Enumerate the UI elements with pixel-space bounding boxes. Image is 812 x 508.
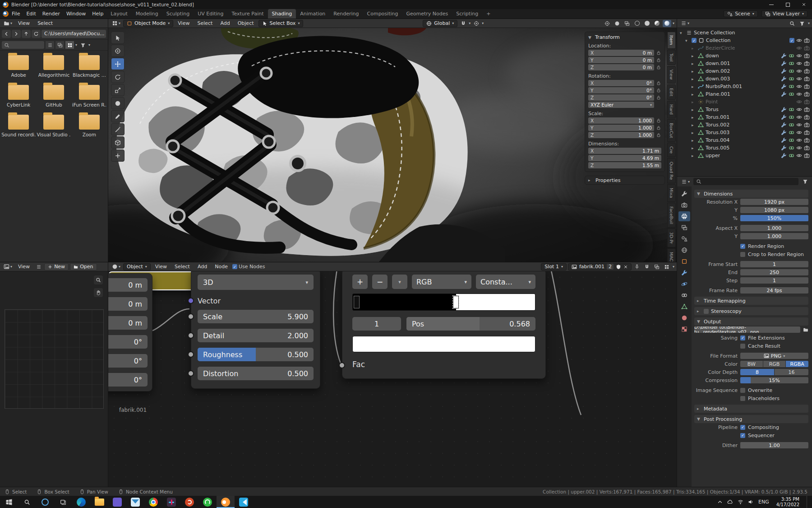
data-link-icon[interactable] (789, 122, 794, 128)
properties-panel-collapsed[interactable]: ▸ Properties (585, 176, 665, 185)
data-link-icon[interactable] (789, 130, 794, 135)
refresh-button[interactable] (32, 30, 41, 38)
folder-item[interactable]: Visual Studio ... (36, 115, 71, 137)
workspace-tab-shading[interactable]: Shading (268, 9, 296, 19)
rotation-x-field[interactable]: X0° (588, 80, 654, 86)
new-image-button[interactable]: New (44, 263, 69, 270)
viewport-canvas[interactable]: ▼Transform Location: X0 m Y0 m Z0 m Rota… (108, 28, 677, 262)
outliner-search-icon[interactable] (788, 20, 797, 27)
powerpoint-icon[interactable] (180, 496, 198, 508)
blender-taskbar-icon[interactable] (217, 496, 235, 508)
outliner-item-row[interactable]: ▸BezierCircle (677, 44, 812, 52)
panel-post-processing[interactable]: ▼Post Processing (694, 415, 808, 423)
mapping-value-field[interactable]: 0 m (108, 316, 148, 330)
lock-icon[interactable] (656, 133, 661, 137)
dimensions-y-field[interactable]: Y4.69 m (588, 155, 661, 161)
tool-transform[interactable] (111, 97, 125, 109)
workspace-tab-texture-paint[interactable]: Texture Paint (228, 9, 268, 19)
lock-icon[interactable] (656, 95, 661, 100)
shader-type-selector[interactable]: Object▾ (123, 263, 151, 270)
hide-viewport-icon[interactable] (796, 37, 802, 43)
modifiers-icon[interactable] (781, 84, 787, 89)
network-icon[interactable] (738, 499, 743, 505)
hide-viewport-icon[interactable] (796, 68, 802, 74)
depth-16-option[interactable]: 16 (775, 369, 808, 375)
data-link-icon[interactable] (789, 153, 794, 158)
viewport-object-menu[interactable]: Object (235, 20, 257, 26)
mail-icon[interactable] (126, 496, 144, 508)
node-canvas[interactable]: « 0 m 0 m 0 m 0° 0° 0° fabrik.001 3D▾ Ve… (108, 271, 677, 487)
dimensions-x-field[interactable]: X1.71 m (588, 148, 661, 154)
tool-add-cube[interactable] (111, 136, 125, 149)
rotation-mode-dropdown[interactable]: XYZ Euler▾ (588, 102, 654, 108)
mapping-value-field[interactable]: 0 m (108, 297, 148, 311)
whatsapp-icon[interactable] (198, 496, 217, 508)
expand-icon[interactable]: ▸ (692, 107, 696, 112)
file-browser-view-menu[interactable]: View (15, 20, 33, 26)
modifiers-icon[interactable] (781, 137, 787, 143)
modifiers-icon[interactable] (781, 76, 787, 82)
disable-render-icon[interactable] (804, 153, 810, 158)
panel-metadata[interactable]: ▸Metadata (694, 405, 808, 413)
folder-item[interactable]: GitHub (36, 85, 71, 107)
expand-icon[interactable]: ▸ (692, 154, 696, 158)
folder-item[interactable]: Sound recordi... (1, 115, 36, 137)
expand-icon[interactable]: ▸ (692, 100, 696, 104)
lock-icon[interactable] (656, 65, 661, 70)
color-ramp-node[interactable]: + − ▾ RGB▾ Consta...▾ 1 Pos0.568 Fac (342, 271, 546, 379)
editor-type-icon[interactable]: ▾ (111, 264, 122, 270)
mode-selector[interactable]: Object Mode▾ (123, 20, 173, 27)
npanel-tab-boxcutter[interactable]: BoxCut (667, 119, 676, 142)
compositing-checkbox[interactable]: ✓ (740, 425, 745, 430)
color-mode-dropdown[interactable]: RGB▾ (412, 275, 471, 289)
tab-physics[interactable] (678, 279, 690, 289)
fake-user-shield-icon[interactable] (616, 264, 621, 270)
expand-icon[interactable]: ▸ (692, 138, 696, 143)
collapse-icon[interactable]: ▼ (588, 35, 593, 40)
outliner-item-row[interactable]: ▸down.003 (677, 75, 812, 83)
onedrive-icon[interactable] (727, 499, 733, 505)
mapping-value-field[interactable]: 0° (108, 335, 148, 349)
forward-button[interactable] (12, 30, 21, 38)
blender-menu-icon[interactable] (3, 11, 9, 17)
edge-icon[interactable] (72, 496, 90, 508)
disable-render-icon[interactable] (804, 137, 810, 143)
collapse-icon[interactable]: ▾ (685, 38, 690, 43)
panel-dimensions[interactable]: ▼Dimensions (694, 190, 808, 198)
shading-solid-button[interactable] (643, 20, 651, 27)
hide-viewport-icon[interactable] (796, 99, 802, 105)
expand-icon[interactable]: ▸ (692, 77, 696, 81)
expand-icon[interactable]: ▸ (692, 146, 696, 150)
toggle-xray[interactable] (623, 20, 632, 27)
snap-toggle[interactable] (459, 20, 467, 27)
npanel-tab-machin3[interactable]: MACHI (667, 248, 676, 262)
menu-edit[interactable]: Edit (23, 9, 39, 19)
scale-x-field[interactable]: X1.000 (588, 117, 654, 124)
outliner-item-row[interactable]: ▸down (677, 52, 812, 60)
shader-add-menu[interactable]: Add (194, 264, 210, 270)
disable-render-icon[interactable] (804, 145, 810, 151)
scale-input-socket[interactable] (188, 313, 194, 320)
frame-rate-dropdown[interactable]: 24 fps (740, 287, 808, 294)
workspace-tab-rendering[interactable]: Rendering (329, 9, 363, 19)
rotation-y-field[interactable]: Y0° (588, 87, 654, 93)
outliner-item-row[interactable]: ▸down.001 (677, 60, 812, 67)
modifiers-icon[interactable] (781, 153, 787, 158)
cortana-button[interactable] (36, 496, 54, 508)
close-button[interactable] (796, 0, 812, 9)
ramp-stop-0[interactable] (354, 296, 360, 308)
distortion-input-socket[interactable] (188, 370, 194, 377)
tab-constraints[interactable] (678, 290, 690, 300)
data-link-icon[interactable] (789, 84, 794, 89)
npanel-tab-mixamo[interactable]: Mixa (667, 184, 676, 201)
mapping-value-field[interactable]: 0° (108, 354, 148, 368)
editor-type-icon[interactable]: ▾ (680, 179, 691, 185)
folder-item[interactable]: Zoom (72, 115, 107, 137)
task-view-button[interactable] (54, 496, 72, 508)
outliner-item-row[interactable]: ▸Torus.003 (677, 129, 812, 136)
disable-render-icon[interactable] (804, 53, 810, 59)
modifiers-icon[interactable] (781, 122, 787, 128)
tab-tool[interactable] (678, 189, 690, 199)
hide-viewport-icon[interactable] (796, 145, 802, 151)
expand-icon[interactable]: ▸ (692, 115, 696, 120)
